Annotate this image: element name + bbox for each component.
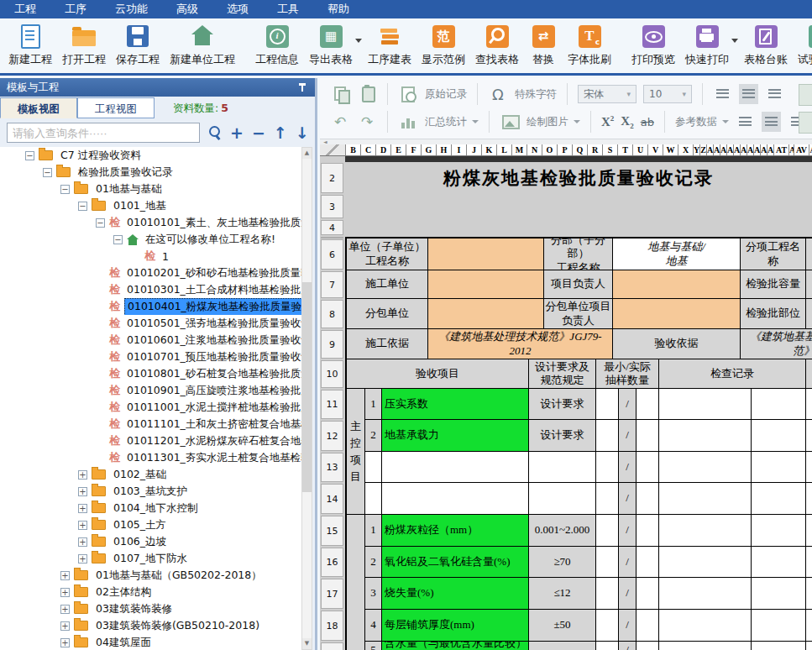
dropdown-caret-icon[interactable]: [731, 39, 738, 43]
tree-item-label[interactable]: 03建筑装饰装修: [93, 601, 175, 617]
check-sample-cell[interactable]: [637, 389, 659, 420]
column-header[interactable]: AE: [734, 144, 741, 155]
tree-item-label[interactable]: 01010601_注浆地基检验批质量验收记录: [124, 333, 304, 349]
toolbar-button[interactable]: 表格台账: [739, 18, 793, 73]
row-header[interactable]: 2: [321, 163, 343, 193]
tree-item[interactable]: +01地基与基础（GB50202-2018）: [0, 567, 304, 584]
tree-item-label[interactable]: 0102_基础: [111, 467, 169, 483]
column-header[interactable]: C: [361, 144, 376, 155]
info-input-cell[interactable]: 《建筑地基处理技术规范》JGJ79-2012: [428, 329, 613, 359]
check-record-cell[interactable]: [659, 515, 752, 547]
tree-item[interactable]: 检01010601_注浆地基检验批质量验收记录: [0, 332, 304, 349]
expand-icon[interactable]: +: [60, 638, 70, 647]
tab-project-view[interactable]: 工程视图: [77, 97, 155, 118]
tree-item[interactable]: 检01010701_预压地基检验批质量验收记录: [0, 349, 304, 365]
tree-item[interactable]: 检01011201_水泥粉煤灰碎石桩复合地基检: [0, 432, 304, 449]
menu-item[interactable]: 帮助: [313, 0, 364, 18]
row-header[interactable]: 13: [321, 453, 343, 482]
toolbar-button[interactable]: 范显示范例: [416, 18, 470, 73]
tree-item-label[interactable]: 01011201_水泥粉煤灰碎石桩复合地基检: [124, 433, 304, 449]
scroll-up-icon[interactable]: ▲: [302, 148, 312, 159]
tree-item-label[interactable]: 在这可以修改单位工程名称!: [143, 232, 278, 248]
tree-item[interactable]: +03建筑装饰装修(GB50210-2018): [0, 617, 304, 634]
group-label-cell[interactable]: 一般项目: [347, 515, 365, 650]
paste-icon[interactable]: [357, 84, 377, 104]
toolbar-button[interactable]: T字体批刷: [563, 18, 616, 73]
sheet-corner[interactable]: [320, 144, 346, 155]
pin-icon[interactable]: [298, 82, 306, 92]
tree-item[interactable]: +0107_地下防水: [0, 550, 304, 567]
check-num-cell[interactable]: [365, 483, 382, 515]
column-header[interactable]: O: [542, 144, 558, 155]
column-header[interactable]: AB: [714, 144, 720, 155]
check-spec-cell[interactable]: ≥70: [529, 547, 596, 578]
scrollbar-thumb[interactable]: [302, 282, 312, 492]
column-header[interactable]: L: [497, 144, 512, 155]
check-item-cell[interactable]: 每层铺筑厚度(mm): [382, 610, 529, 642]
toolbar-button[interactable]: 快速打印: [680, 18, 734, 73]
check-record-cell[interactable]: [752, 610, 806, 642]
row-header[interactable]: 17: [321, 579, 343, 609]
check-item-cell[interactable]: [382, 483, 529, 515]
row-header[interactable]: [321, 642, 343, 650]
check-spec-cell[interactable]: 0.001~2.000: [529, 515, 596, 547]
check-item-cell[interactable]: 粉煤灰粒径（mm）: [382, 515, 529, 547]
column-header[interactable]: AT: [774, 144, 789, 155]
check-sample-slash-cell[interactable]: /: [619, 610, 637, 642]
check-record-cell[interactable]: [752, 578, 806, 610]
column-header[interactable]: AV: [794, 144, 809, 155]
tree-item-label[interactable]: 01地基与基础（GB50202-2018）: [93, 568, 265, 584]
check-record-cell[interactable]: [806, 642, 812, 650]
tree-item-label[interactable]: 0105_土方: [111, 517, 169, 533]
info-input-cell[interactable]: [613, 270, 741, 299]
tree-item[interactable]: +03建筑装饰装修: [0, 600, 304, 617]
omega-icon[interactable]: Ω: [488, 84, 508, 104]
row-header[interactable]: [321, 237, 343, 239]
check-spec-cell[interactable]: ±50: [529, 610, 596, 642]
draw-picture-button[interactable]: 绘制图片: [526, 115, 568, 129]
group-label-cell[interactable]: 主控项目: [347, 389, 365, 515]
row-header[interactable]: 6: [321, 239, 343, 270]
info-input-cell[interactable]: [428, 270, 544, 299]
check-num-cell[interactable]: 2: [365, 420, 382, 452]
collapse-icon[interactable]: −: [60, 185, 70, 194]
check-record-cell[interactable]: [659, 452, 752, 483]
down-icon[interactable]: ↓: [296, 123, 309, 143]
strikethrough-button[interactable]: ab: [641, 116, 654, 128]
info-label-cell[interactable]: 施工单位: [347, 270, 428, 299]
tree-item-label[interactable]: 01010401_粉煤灰地基检验批质量验收记: [124, 298, 304, 315]
info-input-cell[interactable]: 地基与基础/ 地基: [613, 239, 741, 270]
align-top-button[interactable]: [713, 84, 732, 104]
check-sample-cell[interactable]: [596, 642, 619, 650]
tree-item[interactable]: +0105_土方: [0, 516, 304, 533]
info-label-cell[interactable]: 分包单位: [347, 299, 428, 329]
tree-item[interactable]: 检01011301_夯实水泥土桩复合地基检验批: [0, 449, 304, 466]
row-header[interactable]: 16: [321, 548, 343, 577]
check-sample-cell[interactable]: [596, 389, 619, 420]
tree-item-label[interactable]: 01地基与基础: [93, 181, 164, 197]
info-cell[interactable]: [806, 239, 812, 270]
column-header[interactable]: S: [603, 144, 618, 155]
check-record-cell[interactable]: [659, 642, 752, 650]
info-cell[interactable]: [806, 270, 812, 299]
check-sample-cell[interactable]: [637, 642, 659, 650]
tree-item-label[interactable]: 01011001_水泥土搅拌桩地基检验批质量: [124, 400, 304, 416]
check-num-cell[interactable]: 2: [365, 547, 382, 578]
row-header[interactable]: 15: [321, 516, 343, 546]
scroll-down-icon[interactable]: ▼: [302, 638, 312, 649]
check-spec-cell[interactable]: 设计要求: [529, 420, 596, 452]
dropdown-caret-icon[interactable]: [722, 120, 729, 123]
tree-item[interactable]: 检01010201_砂和砂石地基检验批质量验收: [0, 265, 304, 281]
row-header[interactable]: 18: [321, 611, 343, 641]
tree-item[interactable]: 检01011001_水泥土搅拌桩地基检验批质量: [0, 399, 304, 416]
tree-item-label[interactable]: 01010801_砂石桩复合地基检验批质量验: [124, 366, 304, 382]
check-record-cell[interactable]: [806, 420, 812, 452]
check-sample-slash-cell[interactable]: /: [619, 515, 637, 547]
tree-item[interactable]: 检01010901_高压旋喷注浆地基检验批质量: [0, 382, 304, 399]
info-label-cell[interactable]: 检验批部位: [741, 299, 806, 329]
tree-item[interactable]: −C7 过程验收资料: [0, 147, 304, 164]
clipped-toolbar-icon[interactable]: [799, 112, 812, 134]
info-label-cell[interactable]: 验收依据: [613, 329, 741, 359]
toolbar-button[interactable]: i工程信息: [250, 18, 304, 73]
column-header[interactable]: T: [618, 144, 633, 155]
